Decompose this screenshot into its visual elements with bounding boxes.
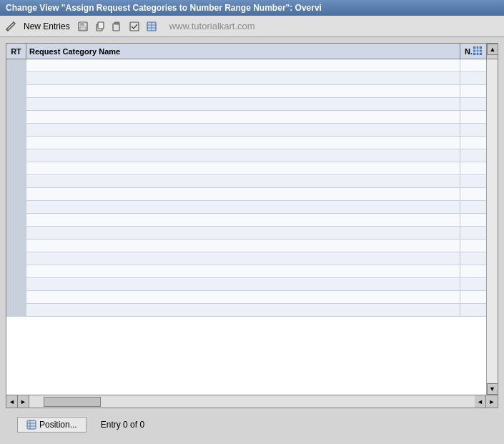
svg-line-1 xyxy=(6,29,8,31)
check-icon[interactable] xyxy=(128,20,141,33)
cell-n xyxy=(460,227,486,239)
vertical-scrollbar[interactable]: ▼ xyxy=(486,59,498,395)
paste-icon[interactable] xyxy=(111,20,124,33)
cell-name[interactable] xyxy=(26,265,460,277)
cell-n xyxy=(460,214,486,226)
svg-rect-7 xyxy=(113,24,119,31)
cell-name[interactable] xyxy=(26,72,460,84)
cell-name[interactable] xyxy=(26,124,460,136)
column-header-n: N. xyxy=(460,44,486,59)
cell-rt xyxy=(6,291,26,303)
scroll-thumb-h[interactable] xyxy=(44,397,101,407)
position-label: Position... xyxy=(39,420,77,430)
cell-rt xyxy=(6,149,26,162)
cell-name[interactable] xyxy=(26,291,460,303)
cell-name[interactable] xyxy=(26,278,460,290)
cell-n xyxy=(460,291,486,303)
position-button[interactable]: Position... xyxy=(17,417,87,433)
cell-name[interactable] xyxy=(26,227,460,239)
column-header-name: Request Category Name xyxy=(26,44,460,59)
cell-rt xyxy=(6,227,26,239)
cell-rt xyxy=(6,111,26,123)
cell-rt xyxy=(6,175,26,187)
new-entries-button[interactable]: New Entries xyxy=(21,21,72,32)
cell-n xyxy=(460,98,486,110)
cell-n xyxy=(460,265,486,277)
cell-name[interactable] xyxy=(26,214,460,226)
watermark: www.tutorialkart.com xyxy=(169,21,255,31)
table-row xyxy=(6,137,486,149)
cell-rt xyxy=(6,137,26,149)
horizontal-scrollbar[interactable]: ◄ ► ◄ ► xyxy=(6,395,498,408)
scroll-right-small-btn[interactable]: ► xyxy=(18,395,29,408)
table-row xyxy=(6,214,486,227)
cell-name[interactable] xyxy=(26,85,460,97)
svg-rect-14 xyxy=(473,46,482,55)
cell-name[interactable] xyxy=(26,149,460,162)
new-entries-label: New Entries xyxy=(24,21,70,31)
cell-name[interactable] xyxy=(26,98,460,110)
cell-rt xyxy=(6,304,26,316)
table-row xyxy=(6,291,486,304)
scroll-up-btn[interactable]: ▲ xyxy=(487,44,498,55)
table-row xyxy=(6,240,486,252)
table-row xyxy=(6,124,486,137)
cell-name[interactable] xyxy=(26,240,460,252)
scroll-track-v[interactable] xyxy=(487,59,498,383)
cell-rt xyxy=(6,59,26,71)
save-icon[interactable] xyxy=(76,20,89,33)
table-icon[interactable] xyxy=(145,20,158,33)
copy-icon[interactable] xyxy=(94,20,107,33)
cell-name[interactable] xyxy=(26,201,460,213)
scroll-track-h[interactable] xyxy=(29,395,475,408)
cell-name[interactable] xyxy=(26,188,460,200)
cell-n xyxy=(460,162,486,174)
scroll-left-btn[interactable]: ◄ xyxy=(6,395,18,408)
cell-rt xyxy=(6,188,26,200)
cell-name[interactable] xyxy=(26,111,460,123)
scroll-down-btn[interactable]: ▼ xyxy=(487,383,498,395)
table-row xyxy=(6,98,486,111)
cell-rt xyxy=(6,201,26,213)
scroll-h-left-btn[interactable]: ◄ xyxy=(475,395,486,408)
cell-name[interactable] xyxy=(26,59,460,71)
cell-name[interactable] xyxy=(26,137,460,149)
table-row xyxy=(6,59,486,72)
cell-name[interactable] xyxy=(26,252,460,265)
cell-name[interactable] xyxy=(26,304,460,316)
cell-rt xyxy=(6,98,26,110)
svg-rect-19 xyxy=(27,420,36,429)
cell-n xyxy=(460,278,486,290)
cell-n xyxy=(460,149,486,162)
cell-rt xyxy=(6,162,26,174)
cell-rt xyxy=(6,72,26,84)
table-header: RT Request Category Name N. ▲ xyxy=(6,44,498,59)
svg-rect-4 xyxy=(80,27,86,30)
table-row xyxy=(6,175,486,188)
cell-rt xyxy=(6,240,26,252)
cell-n xyxy=(460,252,486,265)
cell-rt xyxy=(6,252,26,265)
toolbar: New Entries www. xyxy=(0,16,504,37)
svg-rect-3 xyxy=(80,22,84,26)
table-row xyxy=(6,278,486,291)
cell-n xyxy=(460,304,486,316)
cell-rt xyxy=(6,278,26,290)
svg-marker-0 xyxy=(6,22,15,31)
pencil-icon[interactable] xyxy=(4,20,17,33)
cell-name[interactable] xyxy=(26,162,460,174)
table-row xyxy=(6,265,486,278)
title-bar: Change View "Assign Request Categories t… xyxy=(0,0,504,16)
scroll-right-btns: ◄ ► xyxy=(475,395,498,408)
svg-rect-8 xyxy=(114,22,119,24)
cell-n xyxy=(460,201,486,213)
cell-name[interactable] xyxy=(26,175,460,187)
entry-count: Entry 0 of 0 xyxy=(101,420,144,430)
table-scroll-area: ▼ xyxy=(6,59,498,395)
cell-n xyxy=(460,72,486,84)
scroll-h-right-btn[interactable]: ► xyxy=(486,395,498,408)
column-settings-icon[interactable] xyxy=(473,46,482,56)
table-row xyxy=(6,111,486,124)
cell-n xyxy=(460,111,486,123)
title-text: Change View "Assign Request Categories t… xyxy=(6,3,322,13)
